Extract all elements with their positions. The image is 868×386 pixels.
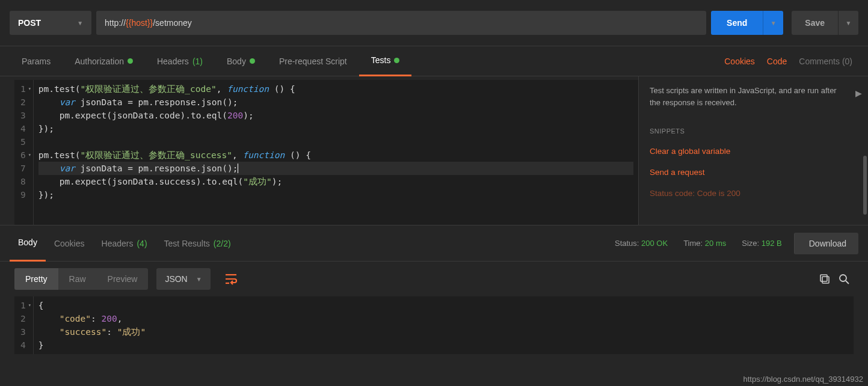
active-dot-icon — [394, 58, 399, 63]
tab-authorization[interactable]: Authorization — [63, 46, 145, 76]
snippet-link[interactable]: Send a request — [650, 168, 857, 177]
size-value: 192 B — [762, 239, 782, 248]
view-raw[interactable]: Raw — [58, 268, 97, 290]
view-preview[interactable]: Preview — [97, 268, 149, 290]
tab-params[interactable]: Params — [10, 46, 63, 76]
view-pretty[interactable]: Pretty — [14, 268, 58, 290]
caret-down-icon: ▼ — [771, 20, 777, 26]
url-suffix: /setmoney — [153, 18, 192, 28]
response-tabs: Body Cookies Headers (4) Test Results (2… — [0, 225, 868, 262]
cookies-link[interactable]: Cookies — [718, 57, 761, 66]
send-options-button[interactable]: ▼ — [763, 11, 783, 35]
code-link[interactable]: Code — [761, 57, 793, 66]
tests-code-editor[interactable]: 1 2 3 4 5 6 7 8 9 pm.test("权限验证通过、参数正确_c… — [14, 80, 638, 225]
copy-icon[interactable] — [815, 269, 834, 289]
response-view-bar: Pretty Raw Preview JSON ▼ — [0, 262, 868, 296]
svg-point-4 — [840, 275, 846, 281]
caret-down-icon: ▼ — [77, 20, 83, 26]
svg-rect-3 — [820, 275, 827, 281]
snippet-link[interactable]: Status code: Code is 200 — [650, 189, 857, 198]
active-dot-icon — [250, 58, 255, 64]
search-icon[interactable] — [834, 269, 854, 289]
request-tabs: Params Authorization Headers (1) Body Pr… — [0, 46, 868, 76]
time-label: Time: — [683, 239, 703, 248]
download-button[interactable]: Download — [794, 233, 858, 254]
caret-down-icon: ▼ — [846, 20, 852, 26]
response-tab-body[interactable]: Body — [10, 225, 46, 262]
method-select[interactable]: POST ▼ — [10, 11, 91, 35]
snippets-heading: SNIPPETS — [650, 127, 857, 135]
tab-body[interactable]: Body — [215, 46, 267, 76]
active-dot-icon — [128, 58, 133, 64]
line-gutter: 1 2 3 4 5 6 7 8 9 — [14, 80, 34, 225]
response-meta: Status: 200 OK Time: 20 ms Size: 192 B — [615, 239, 782, 248]
format-select[interactable]: JSON ▼ — [156, 268, 210, 290]
view-mode-group: Pretty Raw Preview — [14, 268, 148, 290]
status-label: Status: — [615, 239, 639, 248]
status-value: 200 OK — [641, 239, 668, 248]
size-label: Size: — [742, 239, 759, 248]
snippets-panel: Test scripts are written in JavaScript, … — [638, 76, 868, 225]
save-button[interactable]: Save — [792, 11, 838, 35]
tab-tests[interactable]: Tests — [359, 46, 412, 76]
svg-line-5 — [846, 281, 849, 284]
response-tab-cookies[interactable]: Cookies — [46, 225, 93, 262]
tab-headers[interactable]: Headers (1) — [145, 46, 215, 76]
watermark: https://blog.csdn.net/qq_39314932 — [743, 375, 864, 384]
response-json-editor[interactable]: 1 2 3 4 { "code": 200, "success": "成功" } — [14, 296, 854, 354]
line-gutter: 1 2 3 4 — [14, 296, 34, 354]
tab-prerequest[interactable]: Pre-request Script — [267, 46, 359, 76]
method-value: POST — [18, 18, 41, 28]
wrap-lines-icon[interactable] — [219, 268, 243, 290]
url-variable: {{host}} — [126, 18, 153, 28]
code-body[interactable]: pm.test("权限验证通过、参数正确_code", function () … — [34, 80, 638, 225]
url-prefix: http:// — [105, 18, 126, 28]
response-tab-testresults[interactable]: Test Results (2/2) — [156, 225, 239, 262]
format-value: JSON — [165, 274, 187, 284]
scrollbar-thumb[interactable] — [863, 156, 867, 215]
time-value: 20 ms — [705, 239, 726, 248]
send-button[interactable]: Send — [711, 11, 763, 35]
save-options-button[interactable]: ▼ — [838, 11, 858, 35]
snippets-description: Test scripts are written in JavaScript, … — [650, 85, 857, 108]
url-input[interactable]: http://{{host}}/setmoney — [96, 11, 706, 35]
response-tab-headers[interactable]: Headers (4) — [93, 225, 156, 262]
svg-rect-2 — [822, 277, 829, 283]
chevron-right-icon[interactable]: ▶ — [855, 88, 862, 98]
code-body[interactable]: { "code": 200, "success": "成功" } — [34, 296, 854, 354]
caret-down-icon: ▼ — [196, 276, 202, 283]
snippet-link[interactable]: Clear a global variable — [650, 147, 857, 156]
comments-link[interactable]: Comments (0) — [793, 57, 858, 66]
